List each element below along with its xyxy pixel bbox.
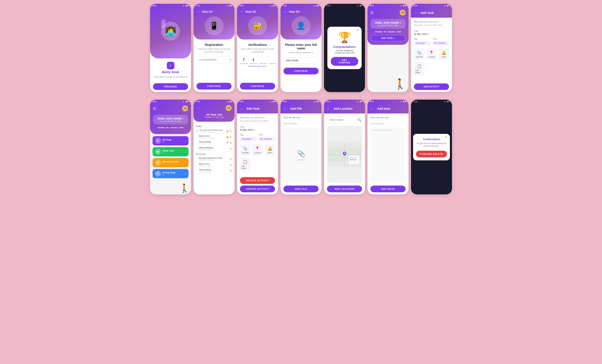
file-title-input[interactable] bbox=[283, 117, 319, 120]
add-activity-button[interactable]: ADD ACTIVITY bbox=[414, 84, 449, 90]
add-file-action[interactable]: 📎 Add File bbox=[414, 48, 424, 60]
onboard-body-1: Registration Enter your mobile number we… bbox=[194, 40, 235, 92]
task-circle-icon-5: ○ bbox=[196, 163, 198, 166]
category-personal[interactable]: P Personal Task 3 › bbox=[152, 158, 188, 167]
edit-add-file-action[interactable]: 📎 Add File bbox=[240, 144, 250, 156]
phone-input[interactable] bbox=[199, 58, 228, 61]
continue-btn-2[interactable]: CONTINUE bbox=[240, 83, 275, 89]
continue-btn-3[interactable]: CONTINUE bbox=[283, 68, 319, 75]
back-arrow-1[interactable]: ← bbox=[197, 10, 200, 13]
otp-input-1[interactable] bbox=[240, 56, 247, 64]
add-note-button[interactable]: ADD NOTE bbox=[370, 186, 406, 192]
battery-icon: ■ bbox=[187, 5, 188, 7]
task-meta-7: 12:30 PM - Work bbox=[199, 171, 212, 173]
get-started-button[interactable]: GET STARTED bbox=[331, 57, 358, 66]
onboard-nav-2: ← Step 2/3 bbox=[240, 10, 275, 13]
avatar[interactable]: JO bbox=[400, 10, 406, 16]
battery-icon-12: ■ bbox=[361, 100, 363, 103]
phone-input-row: ✓ bbox=[196, 56, 232, 63]
dash-footer: 🚶 bbox=[150, 182, 191, 194]
edit-icon-7[interactable]: ✏️ bbox=[229, 170, 232, 172]
back-arrow-tasklist[interactable]: ← bbox=[196, 106, 200, 110]
confirm-delete-button[interactable]: CONFIRM DELETE bbox=[416, 151, 447, 157]
modal-close-icon[interactable]: ✕ bbox=[356, 28, 359, 32]
location-action[interactable]: 📍 Location bbox=[426, 48, 437, 60]
edit-location-action[interactable]: 📍 Location bbox=[252, 144, 263, 156]
battery-icon-9: ■ bbox=[231, 100, 232, 103]
note-text-area[interactable]: Description goes here..... bbox=[370, 127, 406, 183]
otp-row bbox=[240, 56, 275, 64]
wifi-icon-11: ◀ bbox=[316, 100, 317, 103]
row-1: 9:10 ▲ ◀ ■ 👩‍💻 ✓ daily task Simple ap bbox=[0, 0, 602, 96]
splash-illustration: 👩‍💻 bbox=[159, 17, 182, 45]
date-field[interactable]: 09 May, 2019 ▾ bbox=[414, 33, 449, 35]
back-arrow-edittask[interactable]: ← bbox=[240, 107, 243, 111]
file-upload-area[interactable]: 📎 Add File bbox=[283, 127, 319, 183]
hamburger-icon-2[interactable]: ☰ bbox=[153, 107, 156, 111]
proceed-button[interactable]: PROCEED bbox=[153, 83, 188, 90]
edit-alarm-action[interactable]: 🔔 Alarm bbox=[265, 144, 275, 156]
name-input[interactable] bbox=[283, 57, 319, 64]
edit-date-field[interactable]: 09 May, 2019 ▾ bbox=[240, 129, 275, 131]
back-arrow-addloc[interactable]: ← bbox=[327, 107, 330, 111]
location-search-input[interactable] bbox=[329, 119, 356, 121]
confirm-close-icon[interactable]: ✕ bbox=[445, 136, 447, 139]
category-work[interactable]: W Work Task 3 › bbox=[152, 147, 188, 156]
back-arrow-addfile[interactable]: ← bbox=[283, 107, 287, 111]
time-select[interactable]: 09 : 00 AM ▾ bbox=[433, 41, 449, 45]
edit-what-value[interactable]: Buy dairy product from farm.. bbox=[240, 119, 275, 124]
add-location-button[interactable]: ADD LOCATION bbox=[327, 186, 362, 192]
back-arrow-2[interactable]: ← bbox=[240, 10, 244, 13]
time-4: 9:10 bbox=[283, 5, 287, 7]
tasklist-title-wrap: All Task List You have 07 task in list bbox=[196, 113, 232, 118]
otp-input-4[interactable] bbox=[269, 56, 277, 64]
alarm-icon: 🔔 bbox=[441, 50, 446, 55]
dash-topbar-empty: ☰ JO bbox=[370, 10, 406, 16]
edit-icon-4[interactable]: ✏️ bbox=[229, 148, 232, 150]
edit-icon-3[interactable]: ✏️ bbox=[229, 142, 232, 144]
edit-time-label: Time bbox=[259, 134, 275, 136]
alarm-action[interactable]: 🔔 Alarm bbox=[439, 48, 449, 60]
continue-btn-1[interactable]: CONTINUE bbox=[196, 83, 232, 89]
avatar-2[interactable]: JO bbox=[182, 106, 188, 111]
add-task-button[interactable]: ADD TASK + bbox=[370, 35, 406, 41]
svg-rect-8 bbox=[350, 157, 357, 158]
add-notes-action[interactable]: 📋 Add Notes bbox=[414, 62, 424, 76]
svg-point-6 bbox=[344, 153, 345, 154]
edit-add-notes-action[interactable]: 📋 Add Notes bbox=[240, 158, 250, 171]
what-value[interactable]: Buy dairy product from farm.. bbox=[414, 24, 449, 28]
battery-icon-5: ■ bbox=[361, 5, 363, 7]
add-file-button[interactable]: ADD FILE bbox=[283, 186, 319, 192]
hamburger-icon[interactable]: ☰ bbox=[370, 11, 373, 15]
otp-input-3[interactable] bbox=[259, 56, 267, 64]
addloc-body: 🔍 ADD LOCAT bbox=[324, 114, 365, 194]
cat-name-personal: Personal Task bbox=[163, 160, 178, 163]
onboard-header-1: 9:10 ▲ ◀ ■ ← Step 1/3 📱 bbox=[194, 4, 235, 40]
search-icon: 🔍 bbox=[357, 118, 361, 122]
otp-input-2[interactable] bbox=[250, 56, 257, 64]
update-activity-button[interactable]: UPDATE ACTIVITY bbox=[240, 186, 275, 192]
edit-time-select[interactable]: 09 : 00 AM ▾ bbox=[259, 137, 275, 141]
task-meta: 09:00 AM - Personal bbox=[200, 131, 223, 133]
back-arrow-addtask[interactable]: ← bbox=[414, 11, 417, 15]
battery-icon-6: ■ bbox=[405, 5, 406, 7]
category-all[interactable]: A All Task 8 › bbox=[152, 136, 188, 145]
edit-icon[interactable]: ✏️ bbox=[229, 130, 232, 132]
delete-activity-button[interactable]: DELETE ACTIVITY bbox=[240, 177, 275, 184]
back-arrow-addnote[interactable]: ← bbox=[370, 107, 374, 111]
addfile-topbar: ← Add File bbox=[283, 107, 319, 111]
category-group[interactable]: G Group Task 2 › bbox=[152, 169, 188, 178]
onboard-illus-2: 🔐 bbox=[248, 16, 267, 35]
back-arrow-3[interactable]: ← bbox=[284, 10, 287, 13]
screen-registration: 9:10 ▲ ◀ ■ ← Step 1/3 📱 Registration Ent… bbox=[194, 4, 235, 92]
note-title-input[interactable] bbox=[370, 117, 406, 120]
avatar-3[interactable]: JO bbox=[226, 105, 232, 111]
file-heading-placeholder: Title heading bbox=[283, 122, 319, 125]
tag-select[interactable]: Personal ▾ bbox=[414, 41, 430, 45]
file-upload-label: Add File bbox=[298, 159, 304, 161]
resend-text[interactable]: Re-send code in 0:30 bbox=[240, 65, 275, 67]
edit-tag-select[interactable]: Personal ▾ bbox=[240, 137, 257, 141]
edit-icon-2[interactable]: ✏️ bbox=[229, 136, 232, 138]
edit-icon-6[interactable]: ✏️ bbox=[229, 164, 232, 166]
edit-icon-5[interactable]: ✏️ bbox=[229, 158, 232, 160]
